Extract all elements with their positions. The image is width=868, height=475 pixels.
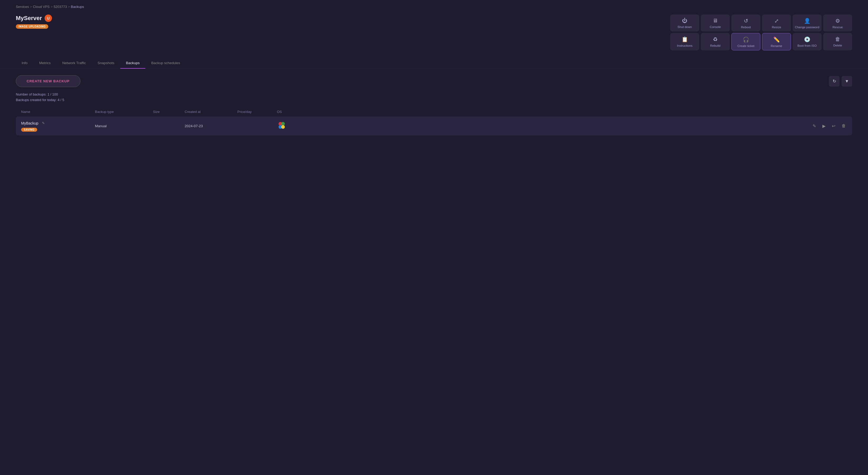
delete-icon: 🗑 (835, 36, 840, 42)
server-name: MyServer (16, 15, 42, 22)
resize-label: Resize (772, 26, 781, 29)
rename-label: Rename (771, 44, 782, 48)
resize-icon: ⤢ (774, 18, 779, 24)
col-header-created-at: Created at (185, 110, 237, 114)
breadcrumb: Services > Cloud VPS > 5203773 > Backups (0, 0, 868, 12)
col-header-price-day: Price/day (237, 110, 277, 114)
rename-button[interactable]: ✏️ Rename (762, 33, 791, 51)
table-header: Name Backup type Size Created at Price/d… (16, 107, 852, 116)
create-ticket-icon: 🎧 (743, 36, 749, 43)
console-label: Console (710, 25, 721, 29)
nav-tabs: Info Metrics Network Traffic Snapshots B… (0, 58, 868, 69)
breadcrumb-cloud-vps[interactable]: Cloud VPS (33, 5, 50, 9)
change-password-button[interactable]: 👤 Change password (793, 14, 822, 31)
rebuild-button[interactable]: ♻ Rebuild (701, 33, 730, 51)
reboot-icon: ↺ (744, 18, 748, 24)
rescue-label: Rescue (833, 26, 843, 29)
stats: Number of backups: 1 / 100 Backups creat… (16, 92, 852, 102)
reboot-button[interactable]: ↺ Reboot (732, 14, 761, 31)
backup-edit-button[interactable]: ✎ (811, 122, 817, 129)
create-backup-button[interactable]: CREATE NEW BACKUP (16, 75, 81, 87)
backup-created-at: 2024-07-23 (185, 124, 237, 128)
refresh-button[interactable]: ↻ (829, 76, 839, 87)
backup-type-cell: Manual (95, 124, 153, 128)
backup-name: MyBackup (21, 121, 38, 125)
filter-button[interactable]: ▼ (842, 76, 852, 87)
rebuild-icon: ♻ (713, 36, 718, 42)
boot-from-iso-label: Boot from ISO (798, 44, 817, 47)
create-ticket-button[interactable]: 🎧 Create ticket (732, 33, 761, 51)
tab-metrics[interactable]: Metrics (33, 58, 57, 69)
backup-restore-button[interactable]: ▶ (821, 122, 827, 129)
boot-from-iso-icon: 💿 (804, 36, 810, 42)
tab-info[interactable]: Info (16, 58, 33, 69)
top-actions: CREATE NEW BACKUP ↻ ▼ (16, 75, 852, 87)
backup-delete-button[interactable]: 🗑 (841, 122, 847, 129)
breadcrumb-services[interactable]: Services (16, 5, 29, 9)
reboot-label: Reboot (741, 26, 751, 29)
breadcrumb-current: Backups (71, 5, 84, 9)
refresh-icon: ↻ (833, 79, 836, 84)
saving-badge: SAVING (21, 128, 37, 132)
main-content: CREATE NEW BACKUP ↻ ▼ Number of backups:… (0, 69, 868, 143)
backups-count: Number of backups: 1 / 100 (16, 92, 852, 96)
server-info: MyServer U IMAGE UPLOADING (16, 14, 52, 29)
create-ticket-label: Create ticket (738, 44, 754, 48)
os-icon-cell (277, 121, 286, 130)
instructions-label: Instructions (677, 44, 692, 47)
row-actions: ✎ ▶ ↩ 🗑 (811, 122, 847, 129)
tab-backups[interactable]: Backups (120, 58, 146, 69)
col-header-name: Name (21, 110, 95, 114)
rescue-button[interactable]: ⚙ Rescue (823, 14, 852, 31)
change-password-label: Change password (795, 26, 819, 29)
filter-icon: ▼ (845, 79, 849, 84)
backups-today: Backups created for today: 4 / 5 (16, 98, 852, 102)
backup-undo-button[interactable]: ↩ (831, 122, 836, 129)
action-buttons-container: ⏻ Shut down 🖥 Console ↺ Reboot ⤢ Resize … (670, 14, 852, 51)
table-row: MyBackup ✎ SAVING Manual 2024-07-23 ✎ (16, 116, 852, 136)
col-header-size: Size (153, 110, 185, 114)
instructions-button[interactable]: 📋 Instructions (670, 33, 699, 51)
delete-label: Delete (833, 44, 842, 47)
rescue-icon: ⚙ (835, 18, 840, 24)
shut-down-label: Shut down (678, 25, 692, 29)
edit-backup-name-button[interactable]: ✎ (41, 120, 46, 126)
resize-button[interactable]: ⤢ Resize (762, 14, 791, 31)
change-password-icon: 👤 (804, 18, 810, 24)
shut-down-button[interactable]: ⏻ Shut down (670, 14, 699, 31)
backup-name-cell: MyBackup ✎ SAVING (21, 120, 95, 132)
breadcrumb-server-id[interactable]: 5203773 (54, 5, 67, 9)
instructions-icon: 📋 (682, 36, 688, 42)
delete-button[interactable]: 🗑 Delete (823, 33, 852, 51)
server-header: MyServer U IMAGE UPLOADING ⏻ Shut down 🖥… (0, 12, 868, 56)
image-uploading-badge: IMAGE UPLOADING (16, 24, 48, 29)
rename-icon: ✏️ (773, 36, 780, 43)
rebuild-label: Rebuild (710, 44, 720, 47)
console-button[interactable]: 🖥 Console (701, 14, 730, 31)
os-icon (277, 121, 286, 130)
ubuntu-icon: U (44, 14, 52, 22)
shut-down-icon: ⏻ (682, 18, 687, 24)
top-icons: ↻ ▼ (829, 76, 852, 87)
tab-snapshots[interactable]: Snapshots (92, 58, 120, 69)
svg-point-1 (281, 122, 285, 126)
console-icon: 🖥 (713, 18, 718, 24)
col-header-backup-type: Backup type (95, 110, 153, 114)
backup-os-actions: ✎ ▶ ↩ 🗑 (277, 121, 847, 130)
boot-from-iso-button[interactable]: 💿 Boot from ISO (793, 33, 822, 51)
svg-point-3 (281, 125, 285, 129)
tab-network-traffic[interactable]: Network Traffic (57, 58, 92, 69)
col-header-os: OS (277, 110, 847, 114)
tab-backup-schedules[interactable]: Backup schedules (145, 58, 186, 69)
